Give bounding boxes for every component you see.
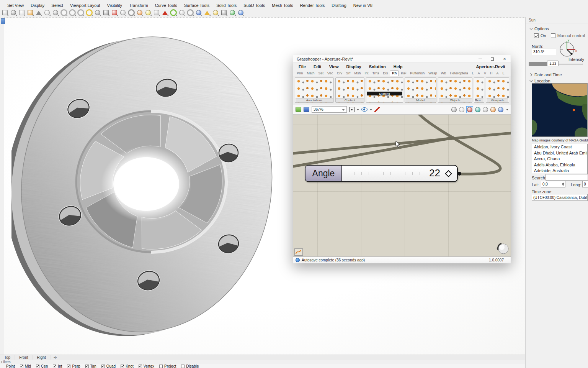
viewport-tab[interactable]: Right: [33, 355, 50, 360]
gh-category-tab[interactable]: H: [488, 71, 495, 76]
number-slider-component[interactable]: Angle 22: [305, 165, 458, 182]
gh-category-tab[interactable]: L: [500, 71, 506, 76]
menu-item[interactable]: Transform: [126, 3, 152, 8]
lightbulb-icon[interactable]: [144, 9, 152, 16]
slider-output-port[interactable]: [457, 172, 461, 176]
gh-component-panel[interactable]: Annotations: [295, 77, 334, 103]
north-input[interactable]: 310.3°: [532, 49, 556, 55]
gh-menu-item[interactable]: Help: [390, 64, 407, 69]
undo-icon[interactable]: [34, 9, 42, 16]
sphere-ring-icon[interactable]: [186, 9, 194, 16]
gh-category-tab[interactable]: Ka²: [399, 71, 408, 76]
menu-item[interactable]: SubD Tools: [240, 3, 268, 8]
date-time-section-header[interactable]: Date and Time: [529, 72, 562, 77]
gh-category-tab[interactable]: Rh: [390, 71, 399, 76]
viewport-tab-nav-icon[interactable]: ✛: [51, 355, 60, 360]
osnap-toggle[interactable]: Tan: [85, 364, 96, 368]
gh-component-panel[interactable]: Viewports: [486, 77, 509, 103]
minimize-button[interactable]: [474, 55, 486, 62]
menu-item[interactable]: Set View: [4, 3, 27, 8]
zoom-selected-icon[interactable]: [85, 9, 93, 16]
zoom-extents-icon[interactable]: [349, 107, 354, 112]
slider-grip[interactable]: [445, 170, 452, 177]
gh-panel-label[interactable]: Ren...: [475, 98, 484, 102]
sphere-blue-icon[interactable]: [194, 9, 203, 16]
rotate-view-icon[interactable]: [93, 9, 101, 16]
city-list-item[interactable]: Abidjan, Ivory Coast: [532, 144, 587, 150]
zoom-icon[interactable]: [60, 9, 68, 16]
cut-icon[interactable]: [9, 9, 17, 16]
city-list-item[interactable]: Accra, Ghana: [532, 156, 587, 162]
network-icon[interactable]: [136, 9, 144, 16]
zoom-extents-caret[interactable]: [357, 109, 359, 110]
menu-item[interactable]: Viewport Layout: [67, 3, 104, 8]
sphere-gray-icon[interactable]: [178, 9, 186, 16]
gh-category-tab[interactable]: Dis: [381, 71, 390, 76]
osnap-toggle[interactable]: Disable: [181, 364, 199, 368]
slider-track[interactable]: 22: [342, 166, 457, 181]
render-icon[interactable]: [161, 9, 169, 16]
display-caret[interactable]: [506, 109, 508, 110]
menu-item[interactable]: Select: [48, 3, 67, 8]
osnap-checkbox[interactable]: [53, 365, 56, 368]
gh-category-tab[interactable]: Pufferfish: [408, 71, 426, 76]
globe-icon[interactable]: [228, 9, 236, 16]
osnap-toggle[interactable]: Int: [53, 364, 62, 368]
gh-category-tab[interactable]: V: [482, 71, 488, 76]
gh-menu-item[interactable]: File: [295, 64, 310, 69]
sun-panel-tab[interactable]: Sun: [526, 17, 588, 23]
new-file-icon[interactable]: [1, 9, 9, 16]
gh-category-tab[interactable]: Vec: [325, 71, 335, 76]
timezone-select[interactable]: (UTC+00:00) Casablanca, Dublin, Lisbon: [532, 194, 588, 201]
gh-component-panel[interactable]: Ren...: [474, 77, 485, 103]
grasshopper-window[interactable]: Grasshopper - Aperture-Revit* × FileEdit…: [293, 55, 511, 263]
gh-menu-item[interactable]: View: [325, 64, 343, 69]
gh-component-panel[interactable]: Content: [335, 77, 364, 103]
car-icon[interactable]: [110, 9, 118, 16]
osnap-checkbox[interactable]: [101, 365, 105, 368]
gh-navigation-ball[interactable]: [496, 242, 509, 255]
slider-name-label[interactable]: Angle: [305, 166, 342, 181]
gh-panel-label[interactable]: Viewports: [487, 98, 508, 102]
zoom-window-icon[interactable]: [77, 9, 85, 16]
close-button[interactable]: ×: [498, 55, 511, 62]
osnap-toggle[interactable]: Quad: [101, 364, 116, 368]
gh-menu-item[interactable]: Display: [343, 64, 365, 69]
menu-item[interactable]: New in V8: [350, 3, 376, 8]
menu-item[interactable]: Display: [27, 3, 48, 8]
gh-canvas[interactable]: Angle 22: [293, 115, 511, 257]
menu-item[interactable]: Drafting: [328, 3, 350, 8]
gh-category-tab[interactable]: Srf: [344, 71, 353, 76]
pan-hand-icon[interactable]: [43, 9, 51, 16]
distance-icon[interactable]: [119, 9, 127, 16]
color-wheel-icon[interactable]: [169, 9, 177, 16]
units-icon[interactable]: [220, 9, 228, 16]
gears-icon[interactable]: [211, 9, 219, 16]
osnap-checkbox[interactable]: [85, 365, 89, 368]
paste-icon[interactable]: [26, 9, 34, 16]
gh-category-tab[interactable]: Heteroptera: [448, 71, 470, 76]
lock-icon[interactable]: [152, 9, 160, 16]
osnap-toggle[interactable]: Project: [159, 364, 176, 368]
maximize-button[interactable]: [486, 55, 498, 62]
search-input[interactable]: [546, 174, 588, 181]
gh-panel-label[interactable]: Drafting: [367, 92, 402, 95]
sketch-pen-icon[interactable]: [374, 107, 380, 112]
viewport-tab[interactable]: Top: [0, 355, 15, 360]
osnap-toggle[interactable]: Vertex: [139, 364, 154, 368]
osnap-checkbox[interactable]: [139, 365, 142, 368]
move-icon[interactable]: [51, 9, 59, 16]
osnap-toggle[interactable]: Knot: [121, 364, 134, 368]
gh-category-tab[interactable]: Set: [317, 71, 326, 76]
zoom-dynamic-icon[interactable]: [68, 9, 76, 16]
menu-item[interactable]: Solid Tools: [213, 3, 240, 8]
north-compass-widget[interactable]: y x: [556, 38, 578, 59]
help-icon[interactable]: [237, 9, 245, 16]
osnap-toggle[interactable]: Point: [1, 364, 15, 368]
copy-icon[interactable]: [18, 9, 26, 16]
gh-titlebar[interactable]: Grasshopper - Aperture-Revit* ×: [293, 55, 511, 63]
gh-panel-label[interactable]: Content: [336, 98, 364, 102]
open-file-icon[interactable]: [296, 107, 301, 112]
osnap-checkbox[interactable]: [20, 365, 23, 368]
gh-category-tab[interactable]: Math: [305, 71, 317, 76]
